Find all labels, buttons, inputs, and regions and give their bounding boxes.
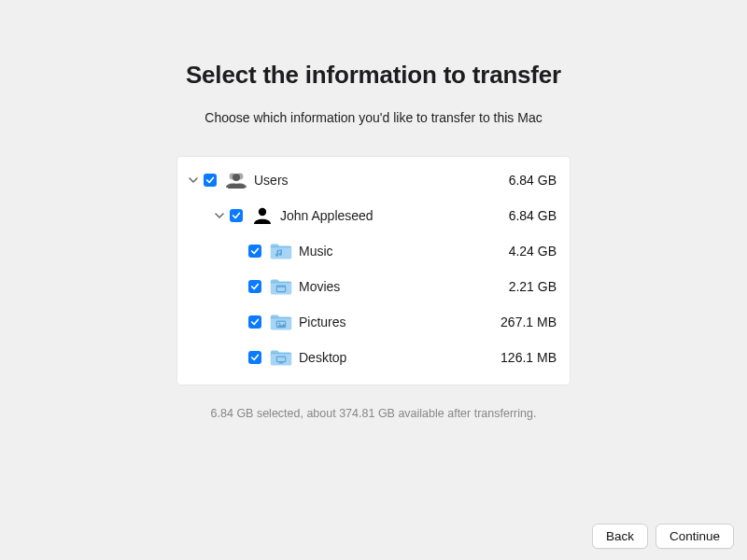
tree-size: 126.1 MB	[500, 350, 560, 365]
chevron-down-icon[interactable]	[187, 175, 200, 185]
tree-row-folder[interactable]: Movies2.21 GB	[177, 269, 570, 304]
svg-point-8	[283, 286, 284, 287]
page-subtitle: Choose which information you'd like to t…	[0, 110, 747, 125]
tree-size: 267.1 MB	[500, 315, 560, 329]
tree-row-users[interactable]: Users 6.84 GB	[177, 162, 570, 198]
svg-point-6	[278, 286, 279, 287]
tree-label: Desktop	[299, 350, 346, 365]
tree-size: 6.84 GB	[509, 208, 560, 223]
checkbox-folder[interactable]	[248, 280, 261, 293]
continue-button[interactable]: Continue	[655, 524, 734, 549]
page-title: Select the information to transfer	[0, 61, 747, 90]
tree-label: Movies	[299, 279, 340, 294]
users-icon	[222, 171, 250, 189]
svg-rect-12	[280, 362, 283, 363]
checkbox-users[interactable]	[204, 174, 217, 187]
tree-label: Pictures	[299, 315, 346, 329]
chevron-down-icon[interactable]	[213, 211, 226, 220]
pictures-folder-icon	[267, 312, 295, 332]
tree-row-folder[interactable]: Pictures267.1 MB	[177, 304, 570, 340]
person-icon	[248, 206, 276, 225]
tree-row-folder[interactable]: Music4.24 GB	[177, 233, 570, 269]
checkbox-user[interactable]	[230, 209, 243, 222]
svg-point-3	[259, 208, 266, 216]
svg-point-2	[233, 174, 240, 181]
music-folder-icon	[267, 241, 295, 261]
tree-label: Music	[299, 244, 333, 259]
svg-rect-13	[278, 363, 284, 364]
tree-label: John Appleseed	[280, 208, 374, 223]
status-text: 6.84 GB selected, about 374.81 GB availa…	[0, 407, 747, 420]
tree-label: Users	[254, 173, 289, 188]
svg-point-10	[278, 322, 280, 324]
checkbox-folder[interactable]	[248, 245, 261, 258]
movies-folder-icon	[267, 276, 295, 297]
transfer-tree-panel: Users 6.84 GB John Appleseed 6.84 GB Mus…	[177, 157, 570, 385]
checkbox-folder[interactable]	[248, 351, 261, 364]
footer-buttons: Back Continue	[592, 524, 734, 549]
desktop-folder-icon	[267, 347, 295, 368]
tree-row-user[interactable]: John Appleseed 6.84 GB	[177, 198, 570, 233]
svg-point-7	[280, 286, 281, 287]
tree-row-folder[interactable]: Desktop126.1 MB	[177, 340, 570, 375]
tree-size: 2.21 GB	[509, 279, 560, 294]
tree-size: 4.24 GB	[509, 244, 560, 259]
checkbox-folder[interactable]	[248, 315, 261, 329]
back-button[interactable]: Back	[592, 524, 648, 549]
tree-size: 6.84 GB	[509, 173, 560, 188]
